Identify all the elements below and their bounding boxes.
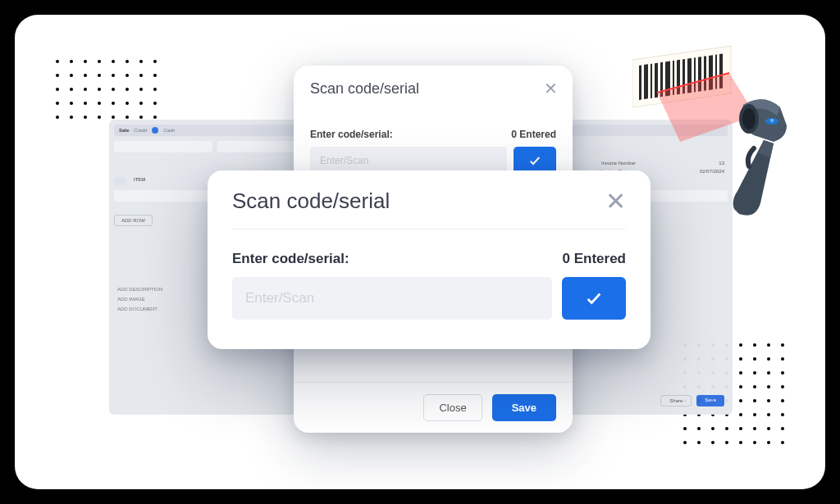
save-button[interactable]: Save [492, 394, 556, 421]
decorative-dots-tl [56, 60, 157, 119]
close-icon[interactable]: ✕ [544, 79, 558, 98]
svg-point-20 [770, 119, 774, 122]
pos-credit-label: Credit [134, 128, 147, 133]
barcode-scanner-illustration [632, 43, 805, 232]
entered-count: 0 Entered [563, 251, 626, 267]
svg-point-22 [742, 108, 756, 129]
enter-code-label: Enter code/serial: [232, 251, 349, 267]
check-icon [528, 154, 541, 167]
submit-scan-button[interactable] [562, 277, 626, 320]
svg-rect-2 [644, 64, 648, 99]
pos-save-button: Save [696, 395, 724, 406]
enter-code-label: Enter code/serial: [310, 129, 393, 140]
scan-input[interactable] [232, 277, 552, 320]
add-row-button: ADD ROW [114, 215, 153, 226]
svg-rect-3 [651, 64, 652, 98]
app-canvas: Sale Credit Cash ITEM ADD ROW ADD DESCRI… [15, 15, 825, 489]
entered-count: 0 Entered [511, 129, 556, 140]
toggle-dot-icon [152, 127, 158, 134]
add-document-label: ADD DOCUMENT [117, 306, 162, 311]
pos-cash-label: Cash [163, 128, 175, 133]
scan-modal-large: Scan code/serial ✕ Enter code/serial: 0 … [208, 170, 651, 349]
pos-share-button: Share [660, 395, 692, 406]
add-image-label: ADD IMAGE [117, 297, 162, 302]
invoice-number-label: Invoice Number [601, 161, 636, 166]
close-icon[interactable]: ✕ [605, 189, 626, 214]
modal-title: Scan code/serial [232, 188, 390, 214]
check-icon [585, 289, 603, 307]
pos-sale-label: Sale [119, 128, 129, 133]
svg-rect-1 [639, 65, 641, 99]
modal-title: Scan code/serial [310, 80, 556, 98]
add-description-label: ADD DESCRIPTION [117, 287, 162, 292]
close-button[interactable]: Close [423, 394, 482, 421]
